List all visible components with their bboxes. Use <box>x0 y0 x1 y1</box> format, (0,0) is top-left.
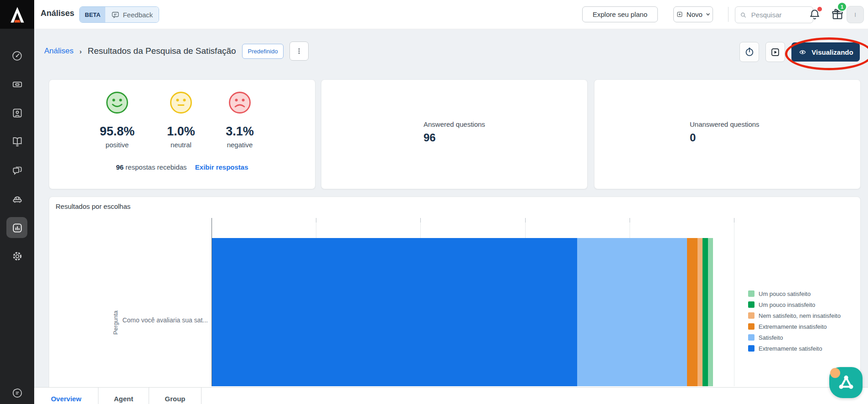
neutral-face-icon <box>169 91 193 114</box>
legend-item[interactable]: Satisfeito <box>748 334 841 341</box>
bar-segment[interactable] <box>708 238 713 386</box>
present-button[interactable] <box>765 42 785 62</box>
chart-category-label: Como você avaliaria sua sat... <box>121 316 208 324</box>
happy-face-icon <box>105 91 129 114</box>
negative-column: 3.1% negative <box>208 91 272 149</box>
show-responses-link[interactable]: Exibir respostas <box>195 163 248 171</box>
chart-axis-line <box>212 218 212 386</box>
positive-percent: 95.8% <box>85 124 149 139</box>
answered-block: Answered questions 96 <box>424 120 485 144</box>
bar-chart-icon <box>11 222 23 234</box>
breadcrumb: Análises › Resultados da Pesquisa de Sat… <box>44 41 309 61</box>
tab-agent[interactable]: Agent <box>98 388 149 404</box>
legend-label: Extremamente insatisfeito <box>759 323 827 330</box>
bar-segment[interactable] <box>577 238 687 386</box>
legend-label: Nem satisfeito, nem insatisfeito <box>759 312 841 319</box>
page-actions: Visualizando <box>739 42 860 62</box>
sidebar-item-contacts[interactable] <box>0 107 34 119</box>
beta-badge: BETA <box>80 7 105 22</box>
negative-percent: 3.1% <box>208 124 272 139</box>
contact-card-icon <box>11 107 23 119</box>
answered-questions-card: Answered questions 96 <box>321 79 588 189</box>
neutral-label: neutral <box>149 141 213 149</box>
notifications-button[interactable] <box>808 8 822 21</box>
tab-group[interactable]: Group <box>149 388 202 404</box>
viewing-button[interactable]: Visualizando <box>791 42 860 62</box>
responses-summary: 96 respostas recebidas Exibir respostas <box>49 163 315 171</box>
viewing-label: Visualizando <box>811 48 853 56</box>
negative-label: negative <box>208 141 272 149</box>
top-header: Análises BETA Feedback Explore seu plano… <box>34 0 868 29</box>
bar-segment[interactable] <box>687 238 698 386</box>
positive-column: 95.8% positive <box>85 91 149 149</box>
legend-swatch-icon <box>748 323 754 330</box>
legend-item[interactable]: Extremamente insatisfeito <box>748 323 841 330</box>
sidebar-item-conversations[interactable] <box>0 164 34 176</box>
unanswered-block: Unanswered questions 0 <box>690 120 760 144</box>
answered-label: Answered questions <box>424 120 485 128</box>
bar-segment[interactable] <box>698 238 703 386</box>
unanswered-label: Unanswered questions <box>690 120 760 128</box>
breadcrumb-parent-link[interactable]: Análises <box>44 47 73 56</box>
chart-plot <box>212 218 734 386</box>
play-icon <box>770 47 780 57</box>
stacked-bar <box>212 238 734 386</box>
eye-icon <box>798 49 807 56</box>
satisfaction-card: 95.8% positive 1.0% neutral 3.1% <box>49 79 315 189</box>
legend-swatch-icon <box>748 290 754 297</box>
search-box[interactable] <box>735 6 813 23</box>
legend-label: Um pouco insatisfeito <box>759 301 815 308</box>
new-button-label: Novo <box>687 10 703 18</box>
legend-swatch-icon <box>748 312 754 319</box>
legend-item[interactable]: Um pouco insatisfeito <box>748 301 841 308</box>
feedback-button[interactable]: Feedback <box>105 7 159 22</box>
product-name: Análises <box>41 9 74 18</box>
sidebar-item-dashboard[interactable] <box>0 50 34 62</box>
sad-face-icon <box>228 91 252 114</box>
chart-gridline <box>734 218 734 386</box>
breadcrumb-chevron-icon: › <box>79 47 82 55</box>
header-divider <box>728 7 728 22</box>
sidebar-item-tickets[interactable] <box>0 78 34 90</box>
neutral-percent: 1.0% <box>149 124 213 139</box>
legend-item[interactable]: Um pouco satisfeito <box>748 290 841 297</box>
search-input[interactable] <box>750 10 808 19</box>
tab-overview[interactable]: Overview <box>34 388 98 404</box>
sidebar-item-bot[interactable] <box>0 193 34 205</box>
legend-label: Satisfeito <box>759 334 783 341</box>
gift-count-badge: 1 <box>837 2 847 12</box>
legend-item[interactable]: Extremamente satisfeito <box>748 345 841 352</box>
legend-label: Extremamente satisfeito <box>759 345 822 352</box>
chart-legend: Um pouco satisfeitoUm pouco insatisfeito… <box>748 290 841 356</box>
bar-segment[interactable] <box>212 238 577 386</box>
bar-segment[interactable] <box>703 238 708 386</box>
legend-label: Um pouco satisfeito <box>759 290 811 297</box>
plus-square-icon <box>677 10 683 18</box>
whats-new-button[interactable]: 1 <box>831 7 844 21</box>
sidebar-item-knowledge-base[interactable] <box>0 135 34 147</box>
legend-item[interactable]: Nem satisfeito, nem insatisfeito <box>748 312 841 319</box>
gear-icon <box>11 250 23 262</box>
book-icon <box>11 135 23 147</box>
sidebar-item-brand-help[interactable] <box>0 387 34 399</box>
neutral-column: 1.0% neutral <box>149 91 213 149</box>
sidebar-item-analytics[interactable] <box>0 222 34 234</box>
user-avatar[interactable]: I <box>847 6 864 23</box>
legend-swatch-icon <box>748 334 754 341</box>
brand-logo[interactable] <box>0 0 34 29</box>
results-chart-card: Resultados por escolhas Pergunta Como vo… <box>49 197 861 404</box>
brand-circle-icon <box>11 387 23 399</box>
sidebar-item-settings[interactable] <box>0 250 34 262</box>
predefined-badge: Predefinido <box>242 44 284 59</box>
responses-text: respostas recebidas <box>125 163 186 171</box>
brand-a-icon <box>7 5 27 25</box>
new-button[interactable]: Novo <box>673 6 713 22</box>
unanswered-questions-card: Unanswered questions 0 <box>594 79 861 189</box>
responses-count: 96 <box>116 163 124 171</box>
explore-plan-button[interactable]: Explore seu plano <box>582 6 658 22</box>
unanswered-value: 0 <box>690 131 760 144</box>
more-options-button[interactable] <box>289 41 309 61</box>
chart-title: Resultados por escolhas <box>56 202 130 210</box>
share-button[interactable] <box>739 42 759 62</box>
bot-icon <box>11 193 23 205</box>
